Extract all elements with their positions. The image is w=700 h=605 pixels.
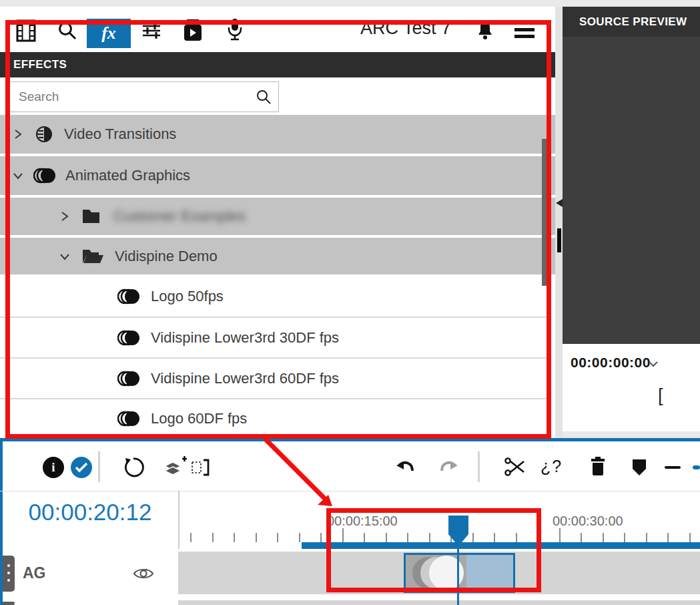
timeline-clip-animated-graphics[interactable] (404, 553, 515, 593)
layers-plus-icon (163, 455, 187, 478)
delete-button[interactable] (590, 457, 606, 479)
cut-button[interactable] (504, 457, 526, 479)
zoom-slider[interactable] (693, 465, 700, 469)
track-gap (3, 594, 700, 600)
chevron-down-icon[interactable] (12, 171, 24, 180)
toolbar-divider (98, 451, 100, 482)
tree-item-video-transitions[interactable]: Video Transitions (0, 115, 563, 154)
dot (7, 579, 10, 582)
search-icon (256, 89, 272, 105)
tree-item-label: Logo 60DF fps (151, 410, 247, 427)
folder-icon (81, 208, 103, 225)
chevron-down-icon (648, 360, 659, 368)
search-nav-button[interactable] (57, 21, 77, 43)
toolbar-divider (478, 451, 480, 482)
clip-info-button[interactable]: i (43, 457, 64, 478)
playhead[interactable] (447, 514, 470, 550)
effects-search-input[interactable] (9, 81, 279, 112)
tree-item-label: Vidispine Lower3rd 60DF fps (151, 370, 339, 387)
chevron-right-icon[interactable] (12, 128, 24, 140)
search-icon (57, 21, 77, 41)
splitter-handle[interactable] (557, 228, 561, 252)
tree-item-label: Video Transitions (64, 126, 176, 143)
bell-icon (476, 19, 494, 41)
effects-search-button[interactable] (256, 89, 272, 108)
source-preview-header: SOURCE PREVIEW (563, 7, 700, 37)
undo-button[interactable] (395, 459, 415, 479)
marker-flag-icon (631, 459, 647, 476)
ruler-label: 00:00:30:00 (553, 514, 623, 529)
filmstrip-icon (16, 19, 36, 42)
microphone-icon (227, 18, 243, 42)
chevron-right-icon[interactable] (59, 210, 71, 222)
settings-button[interactable] (141, 21, 161, 43)
tree-item-animated-graphics[interactable]: Animated Graphics (0, 156, 563, 195)
trim-view-button[interactable] (191, 458, 211, 479)
effects-panel-title: EFFECTS (13, 58, 67, 71)
track-lane (178, 600, 700, 605)
undo-icon (395, 459, 415, 476)
source-preview-controls: 00:00:00:00 [ (563, 344, 700, 431)
tree-item-label: Animated Graphics (65, 167, 190, 184)
mark-in-button[interactable]: [ (658, 385, 663, 406)
fx-icon: fx (101, 23, 116, 43)
add-marker-button[interactable] (631, 459, 647, 479)
playhead-marker-icon (447, 514, 470, 548)
folder-open-icon (81, 248, 104, 265)
export-render-button[interactable] (182, 19, 203, 45)
scissors-icon (504, 457, 526, 476)
source-preview-title: SOURCE PREVIEW (579, 15, 687, 28)
approve-button[interactable] (71, 457, 92, 478)
ruler-label: 00:00:15:00 (327, 514, 398, 529)
reset-button[interactable] (123, 457, 144, 481)
check-icon (74, 461, 89, 473)
source-preview-video (563, 37, 700, 344)
panel-splitter[interactable] (555, 7, 563, 437)
transition-icon (33, 124, 55, 144)
tree-item-label: Vidispine Demo (115, 248, 218, 265)
menu-button[interactable] (514, 21, 535, 42)
redo-button[interactable] (439, 459, 459, 479)
project-title: ARC Test 7 (360, 18, 451, 39)
tree-item-vidispine-demo[interactable]: Vidispine Demo (0, 238, 610, 274)
effects-fx-button[interactable]: fx (87, 19, 131, 48)
timeline-current-timecode[interactable]: 00:00:20:12 (12, 499, 168, 526)
redo-icon (439, 459, 459, 476)
tree-item-label: Vidispine Lower3rd 30DF fps (151, 329, 339, 347)
tree-item-label: Customer Examples (113, 208, 246, 225)
animated-graphics-icon (117, 286, 140, 307)
track-drag-handle[interactable] (3, 556, 15, 592)
track-visibility-toggle[interactable] (132, 566, 155, 584)
chevron-down-icon[interactable] (59, 252, 71, 261)
zoom-out-button[interactable] (665, 466, 681, 469)
ruler-range-bar (302, 542, 700, 549)
animated-graphics-icon (117, 328, 140, 348)
dot (7, 572, 10, 574)
trim-box-icon (191, 458, 211, 477)
effects-panel-header: EFFECTS (0, 52, 555, 77)
voiceover-button[interactable] (227, 18, 243, 45)
track-drag-handle[interactable] (3, 602, 15, 605)
effects-scrollbar-thumb[interactable] (542, 139, 551, 286)
info-icon: i (51, 460, 55, 475)
media-bin-button[interactable] (16, 19, 36, 45)
source-preview-timecode[interactable]: 00:00:00:00 (571, 355, 651, 371)
restore-icon (123, 457, 144, 478)
clip-extension (466, 555, 513, 591)
hamburger-icon (514, 21, 535, 39)
timecode-dropdown[interactable] (648, 359, 659, 371)
tree-item-customer-examples[interactable]: Customer Examples (0, 198, 610, 235)
eye-icon (132, 566, 155, 582)
animated-graphics-icon (33, 166, 56, 186)
playhead-line[interactable] (457, 546, 459, 605)
unlink-button[interactable]: ¿? (541, 457, 563, 476)
tree-item-label: Logo 50fps (151, 288, 224, 305)
animated-graphics-icon (117, 369, 140, 389)
export-render-icon (182, 19, 203, 42)
add-layer-button[interactable] (163, 455, 187, 481)
timeline-ruler[interactable]: 00:00:15:00 00:00:30:00 (180, 491, 700, 549)
animated-graphics-icon (117, 409, 140, 429)
dot (7, 564, 10, 567)
notifications-button[interactable] (476, 19, 494, 43)
sliders-icon (141, 21, 161, 41)
